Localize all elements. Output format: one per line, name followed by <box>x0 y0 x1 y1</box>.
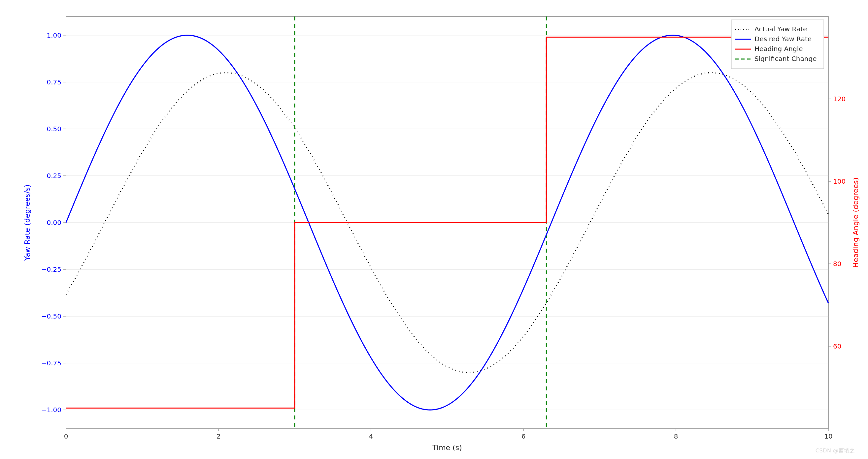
y-right-axis-label: Heading Angle (degrees) <box>851 177 860 268</box>
y-right-tick-label: 80 <box>833 260 841 268</box>
legend-label: Heading Angle <box>754 45 803 53</box>
y-left-tick-label: −1.00 <box>41 406 61 414</box>
chart-svg: −1.00−0.75−0.50−0.250.000.250.500.751.00… <box>0 0 868 459</box>
x-tick-label: 0 <box>64 432 68 440</box>
x-tick-label: 2 <box>217 432 221 440</box>
y-right-tick-label: 100 <box>833 177 845 185</box>
y-left-tick-label: −0.50 <box>41 312 61 320</box>
x-tick-label: 4 <box>369 432 373 440</box>
x-tick-label: 10 <box>824 432 832 440</box>
x-axis-label: Time (s) <box>432 444 462 452</box>
y-left-axis-label: Yaw Rate (degrees/s) <box>23 185 31 261</box>
y-left-tick-label: 0.25 <box>46 172 61 180</box>
y-left-tick-label: −0.25 <box>41 265 61 273</box>
y-left-tick-label: 0.75 <box>46 78 61 86</box>
legend-label: Significant Change <box>754 55 816 63</box>
y-right-tick-label: 120 <box>833 95 845 103</box>
y-left-tick-label: 0.00 <box>46 219 61 227</box>
watermark: CSDN @酉埴之 <box>815 448 855 454</box>
y-left-tick-label: 1.00 <box>46 31 61 39</box>
legend-label: Desired Yaw Rate <box>754 35 812 43</box>
y-right-tick-label: 60 <box>833 342 841 350</box>
chart-figure: −1.00−0.75−0.50−0.250.000.250.500.751.00… <box>0 0 868 459</box>
x-tick-label: 8 <box>674 432 678 440</box>
x-tick-label: 6 <box>522 432 526 440</box>
legend-label: Actual Yaw Rate <box>754 25 807 33</box>
y-left-tick-label: −0.75 <box>41 359 61 367</box>
y-left-tick-label: 0.50 <box>46 125 61 133</box>
